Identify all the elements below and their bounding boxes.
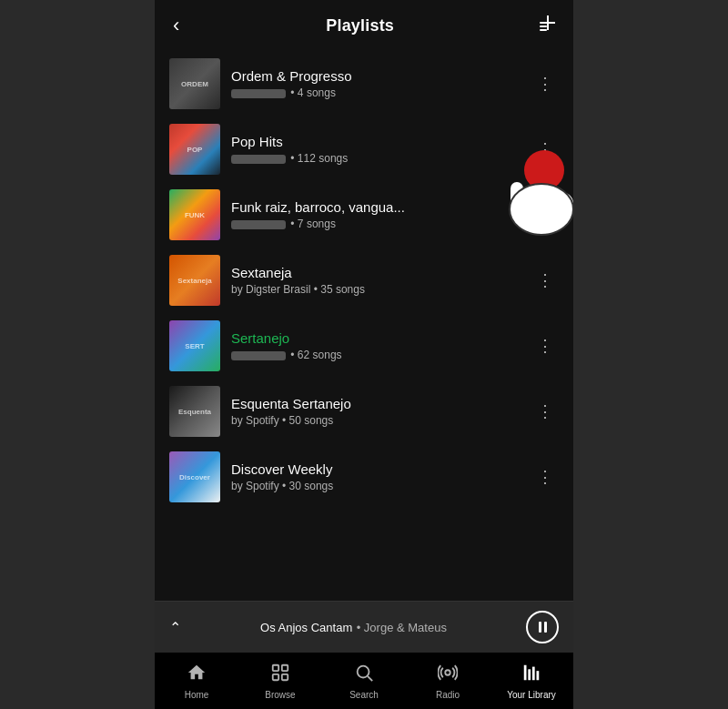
playlist-info-ordem: Ordem & Progresso • 4 songs xyxy=(231,68,521,99)
nav-item-search[interactable]: Search xyxy=(322,657,406,705)
playlist-art-sextaneja: Sextaneja xyxy=(169,255,220,306)
nav-icon-search xyxy=(354,663,374,687)
svg-rect-12 xyxy=(532,666,535,680)
playlist-more-sertanejo[interactable]: ⋮ xyxy=(531,334,559,358)
playlist-info-esquenta: Esquenta Sertanejo by Spotify • 50 songs xyxy=(231,396,521,427)
svg-rect-4 xyxy=(273,674,278,679)
playlist-name-discover: Discover Weekly xyxy=(231,461,521,477)
nav-item-radio[interactable]: Radio xyxy=(406,657,490,705)
add-playlist-icon xyxy=(537,13,559,35)
svg-rect-0 xyxy=(540,25,547,27)
art-label-funk: FUNK xyxy=(169,189,220,240)
nav-label-browse: Browse xyxy=(265,690,295,700)
svg-rect-6 xyxy=(282,674,288,679)
art-label-pop: POP xyxy=(169,124,220,175)
nav-label-search: Search xyxy=(349,690,379,700)
pause-button[interactable] xyxy=(526,611,559,643)
art-label-esquenta: Esquenta xyxy=(169,386,220,437)
playlist-item-ordem[interactable]: ORDEM Ordem & Progresso • 4 songs ⋮ xyxy=(155,51,573,116)
background-left xyxy=(0,0,155,709)
pause-bar-right xyxy=(544,622,547,633)
now-playing-artist: Jorge & Mateus xyxy=(364,621,447,634)
nav-item-library[interactable]: Your Library xyxy=(490,657,573,705)
playlist-more-esquenta[interactable]: ⋮ xyxy=(531,400,559,423)
playlist-item-discover[interactable]: Discover Discover Weekly by Spotify • 30… xyxy=(155,444,573,510)
nav-label-radio: Radio xyxy=(436,690,460,700)
playlist-name-sextaneja: Sextaneja xyxy=(231,265,521,280)
now-playing-bar[interactable]: ⌃ Os Anjos Cantam • Jorge & Mateus xyxy=(155,601,573,653)
nav-item-home[interactable]: Home xyxy=(155,657,238,705)
playlist-item-pop[interactable]: POP Pop Hits • 112 songs ⋮ xyxy=(155,116,573,182)
playlist-meta-sextaneja: by Digster Brasil • 35 songs xyxy=(231,283,521,296)
playlist-more-funk[interactable]: ⋮ xyxy=(531,203,559,227)
playlist-name-ordem: Ordem & Progresso xyxy=(231,68,521,84)
playlist-meta-ordem: • 4 songs xyxy=(231,86,521,99)
back-button[interactable]: ‹ xyxy=(169,12,183,39)
playlist-meta-discover: by Spotify • 30 songs xyxy=(231,480,521,492)
playlist-art-pop: POP xyxy=(169,124,220,175)
playlist-info-pop: Pop Hits • 112 songs xyxy=(231,134,521,165)
svg-line-8 xyxy=(368,676,372,681)
playlist-item-funk[interactable]: FUNK Funk raiz, barroco, vangua... • 7 s… xyxy=(155,182,573,248)
playlist-name-sertanejo: Sertanejo xyxy=(231,330,521,346)
svg-point-9 xyxy=(445,670,450,675)
nav-icon-library xyxy=(521,663,541,687)
nav-icon-radio xyxy=(438,663,458,687)
art-label-ordem: ORDEM xyxy=(169,58,220,109)
svg-point-7 xyxy=(358,665,369,677)
now-playing-separator: • xyxy=(357,621,364,634)
nav-icon-browse xyxy=(270,663,290,687)
playlist-list: ORDEM Ordem & Progresso • 4 songs ⋮ POP … xyxy=(155,51,573,601)
playlist-name-pop: Pop Hits xyxy=(231,134,521,149)
playlist-meta-funk: • 7 songs xyxy=(231,218,521,230)
now-playing-text: Os Anjos Cantam • Jorge & Mateus xyxy=(190,619,517,635)
playlist-meta-pop: • 112 songs xyxy=(231,152,521,165)
svg-rect-1 xyxy=(540,22,547,24)
pause-bar-left xyxy=(539,622,541,633)
add-playlist-button[interactable] xyxy=(537,13,559,39)
nav-label-home: Home xyxy=(185,690,209,700)
svg-rect-5 xyxy=(282,664,288,670)
pause-icon xyxy=(539,622,547,633)
nav-icon-home xyxy=(187,663,207,687)
page-title: Playlists xyxy=(326,16,394,35)
art-label-discover: Discover xyxy=(169,451,220,502)
playlist-art-sertanejo: SERT xyxy=(169,320,220,371)
playlist-art-funk: FUNK xyxy=(169,189,220,240)
background-right xyxy=(571,0,728,709)
playlist-item-esquenta[interactable]: Esquenta Esquenta Sertanejo by Spotify •… xyxy=(155,379,573,444)
now-playing-chevron: ⌃ xyxy=(169,619,181,636)
playlist-art-discover: Discover xyxy=(169,451,220,502)
playlist-info-sextaneja: Sextaneja by Digster Brasil • 35 songs xyxy=(231,265,521,296)
playlist-item-sertanejo[interactable]: SERT Sertanejo • 62 songs ⋮ xyxy=(155,313,573,379)
header: ‹ Playlists xyxy=(155,0,573,51)
art-label-sextaneja: Sextaneja xyxy=(169,255,220,306)
now-playing-song: Os Anjos Cantam xyxy=(260,621,352,634)
playlist-name-esquenta: Esquenta Sertanejo xyxy=(231,396,521,411)
playlist-more-pop[interactable]: ⋮ xyxy=(531,137,559,161)
svg-rect-10 xyxy=(524,664,527,680)
svg-rect-3 xyxy=(273,664,278,670)
nav-label-library: Your Library xyxy=(507,690,556,700)
playlist-info-discover: Discover Weekly by Spotify • 30 songs xyxy=(231,461,521,492)
art-label-sertanejo: SERT xyxy=(169,320,220,371)
playlist-more-ordem[interactable]: ⋮ xyxy=(531,72,559,96)
playlist-art-esquenta: Esquenta xyxy=(169,386,220,437)
playlist-item-sextaneja[interactable]: Sextaneja Sextaneja by Digster Brasil • … xyxy=(155,248,573,313)
playlist-art-ordem: ORDEM xyxy=(169,58,220,109)
svg-rect-13 xyxy=(537,671,540,680)
playlist-more-discover[interactable]: ⋮ xyxy=(531,465,559,489)
bottom-nav: Home Browse Search Radio Your Library xyxy=(155,653,573,709)
playlist-more-sextaneja[interactable]: ⋮ xyxy=(531,268,559,292)
playlist-meta-esquenta: by Spotify • 50 songs xyxy=(231,414,521,427)
nav-item-browse[interactable]: Browse xyxy=(238,657,322,705)
playlist-meta-sertanejo: • 62 songs xyxy=(231,349,521,361)
playlist-info-funk: Funk raiz, barroco, vangua... • 7 songs xyxy=(231,199,521,230)
playlist-info-sertanejo: Sertanejo • 62 songs xyxy=(231,330,521,361)
svg-rect-2 xyxy=(540,29,547,31)
svg-rect-11 xyxy=(528,669,531,680)
main-panel: ‹ Playlists ORDEM Ordem & Progresso • 4 … xyxy=(155,0,573,709)
playlist-name-funk: Funk raiz, barroco, vangua... xyxy=(231,199,521,215)
